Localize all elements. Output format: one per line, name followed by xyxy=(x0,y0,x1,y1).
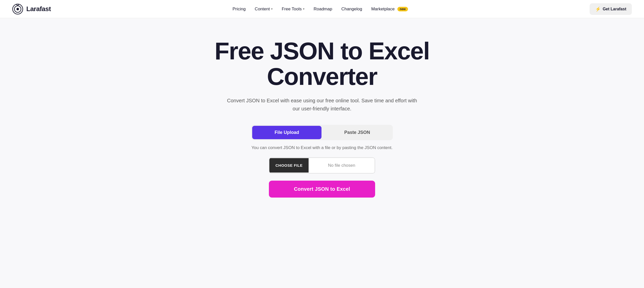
file-name-display: No file chosen xyxy=(309,158,375,173)
hero-title: Free JSON to Excel Converter xyxy=(170,38,474,89)
free-tools-chevron-icon: ▾ xyxy=(303,7,305,11)
choose-file-button[interactable]: CHOOSE FILE xyxy=(269,158,309,173)
nav-changelog[interactable]: Changelog xyxy=(341,7,362,12)
tab-file-upload[interactable]: File Upload xyxy=(252,126,321,139)
hint-text: You can convert JSON to Excel with a fil… xyxy=(251,145,393,150)
nav-free-tools[interactable]: Free Tools ▾ xyxy=(282,7,305,12)
convert-button[interactable]: Convert JSON to Excel xyxy=(269,181,375,198)
nav-roadmap[interactable]: Roadmap xyxy=(314,7,332,12)
navbar-right: ⚡ Get Larafast xyxy=(590,3,632,15)
file-input-area: CHOOSE FILE No file chosen xyxy=(269,157,375,174)
larafast-logo-icon xyxy=(12,4,23,15)
svg-point-4 xyxy=(16,4,17,5)
hero-subtitle: Convert JSON to Excel with ease using ou… xyxy=(223,97,421,113)
nav-marketplace[interactable]: Marketplace new xyxy=(371,7,408,12)
svg-point-2 xyxy=(16,8,19,10)
nav-links: Pricing Content ▾ Free Tools ▾ Roadmap C… xyxy=(232,7,408,12)
brand-name: Larafast xyxy=(26,5,51,13)
svg-point-6 xyxy=(18,4,19,5)
nav-pricing[interactable]: Pricing xyxy=(232,7,246,12)
navbar: Larafast Pricing Content ▾ Free Tools ▾ … xyxy=(0,0,644,18)
tab-toggle: File Upload Paste JSON xyxy=(251,125,393,140)
nav-content[interactable]: Content ▾ xyxy=(255,7,273,12)
hero-section: Free JSON to Excel Converter Convert JSO… xyxy=(0,18,644,213)
get-larafast-button[interactable]: ⚡ Get Larafast xyxy=(590,3,632,15)
content-chevron-icon: ▾ xyxy=(271,7,273,11)
marketplace-new-badge: new xyxy=(397,7,408,11)
bolt-icon: ⚡ xyxy=(595,6,601,12)
tab-paste-json[interactable]: Paste JSON xyxy=(323,126,392,139)
logo-area: Larafast xyxy=(12,4,51,15)
